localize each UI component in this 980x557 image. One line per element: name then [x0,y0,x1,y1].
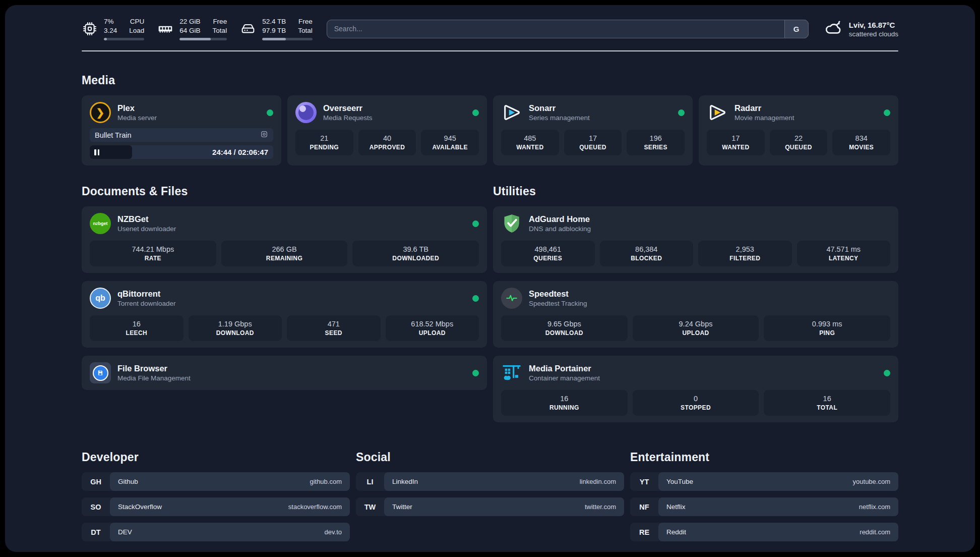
app-description: Series management [529,114,590,122]
bookmark-abbr: YT [630,472,658,491]
bookmark-abbr: LI [356,472,384,491]
status-dot [472,370,479,376]
status-dot [884,370,890,376]
bookmark-abbr: TW [356,497,384,516]
cpu-load-label: Load [129,26,144,35]
stat-tile: 945AVAILABLE [421,130,479,155]
memory-free-label: Free [213,17,227,26]
plex-card[interactable]: ❯ Plex Media server Bullet Train [82,95,281,165]
status-dot [884,109,890,116]
storage-widget: 52.4 TB 97.9 TB Free Total [240,17,313,40]
social-section-title: Social [356,451,624,464]
playback-progress-bar[interactable]: 24:44 / 02:06:47 [90,145,273,159]
status-dot [678,109,685,116]
app-description: Media Requests [323,114,373,122]
media-section: Media ❯ Plex Media server Bullet Train [82,74,898,165]
stat-tile: 834MOVIES [832,130,890,155]
stat-tile: 9.65 GbpsDOWNLOAD [501,315,628,341]
bookmark-stackoverflow[interactable]: SO StackOverflowstackoverflow.com [82,497,350,516]
status-dot [472,295,479,302]
stat-tile: 17WANTED [707,130,765,155]
stat-tile: 266 GBREMAINING [221,241,348,266]
stat-tile: 22QUEUED [770,130,828,155]
playback-time: 24:44 / 02:06:47 [212,145,268,159]
stat-tile: 17QUEUED [564,130,622,155]
bookmark-abbr: RE [630,523,658,541]
app-name: Speedtest [529,289,587,299]
social-section: Social LI LinkedInlinkedin.com TW Twitte… [356,451,624,541]
stat-tile: 0STOPPED [633,390,759,416]
stat-tile: 47.571 msLATENCY [797,241,891,266]
app-name: Sonarr [529,103,590,113]
weather-widget: Lviv, 16.87°C scattered clouds [824,18,898,39]
plex-icon: ❯ [90,102,111,123]
entertainment-section: Entertainment YT YouTubeyoutube.com NF N… [630,451,898,541]
speedtest-card[interactable]: Speedtest Speedtest Tracking 9.65 GbpsDO… [493,281,898,348]
bookmark-github[interactable]: GH Githubgithub.com [82,472,350,491]
disk-icon [240,21,256,37]
status-dot [267,109,273,116]
storage-total-label: Total [298,26,313,35]
app-name: Media Portainer [529,364,600,373]
plex-now-playing: Bullet Train 24:44 / 02:06:47 [90,128,273,159]
qbittorrent-card[interactable]: qb qBittorrent Torrent downloader 16LEEC… [82,281,487,348]
stat-tile: 471SEED [287,315,381,341]
app-description: Torrent downloader [117,300,176,307]
adguard-card[interactable]: AdGuard Home DNS and adblocking 498,461Q… [493,206,898,273]
stat-tile: 16TOTAL [764,390,890,416]
stat-tile: 618.52 MbpsUPLOAD [386,315,479,341]
now-playing-title: Bullet Train [95,131,132,139]
weather-condition: scattered clouds [849,30,898,38]
stat-tile: 9.24 GbpsUPLOAD [633,315,759,341]
entertainment-section-title: Entertainment [630,451,898,464]
pause-button[interactable] [94,145,99,159]
memory-widget: 22 GiB 64 GiB Free Total [157,17,227,40]
stat-tile: 21PENDING [295,130,353,155]
bookmark-netflix[interactable]: NF Netflixnetflix.com [630,497,898,516]
dashboard-frame: 7% 3.24 CPU Load [5,5,975,552]
bookmark-abbr: NF [630,497,658,516]
documents-section: Documents & Files nzbget NZBGet Usenet d… [82,185,487,422]
bookmark-abbr: SO [82,497,110,516]
app-name: qBittorrent [117,289,176,299]
app-name: Overseerr [323,103,373,113]
developer-section: Developer GH Githubgithub.com SO StackOv… [82,451,350,541]
stat-tile: 485WANTED [501,130,559,155]
cpu-load-value: 3.24 [104,26,117,35]
bookmark-abbr: GH [82,472,110,491]
search-input[interactable] [327,20,809,38]
stat-tile: 16LEECH [90,315,183,341]
bookmark-youtube[interactable]: YT YouTubeyoutube.com [630,472,898,491]
overseerr-card[interactable]: Overseerr Media Requests 21PENDING 40APP… [287,95,487,165]
storage-total-value: 97.9 TB [262,26,286,35]
stat-tile: 0.993 msPING [764,315,890,341]
stat-tile: 196SERIES [627,130,685,155]
app-description: Container management [529,374,600,382]
storage-progress-bar [262,38,313,40]
bookmark-reddit[interactable]: RE Redditreddit.com [630,523,898,541]
app-name: Radarr [734,103,794,113]
bookmark-abbr: DT [82,523,110,541]
cpu-label: CPU [130,17,145,26]
weather-location-temp: Lviv, 16.87°C [849,20,898,30]
nzbget-card[interactable]: nzbget NZBGet Usenet downloader 744.21 M… [82,206,487,273]
stat-tile: 16RUNNING [501,390,628,416]
filebrowser-card[interactable]: File Browser Media File Management [82,356,487,390]
cpu-progress-bar [104,38,144,40]
app-description: Movie management [734,114,794,122]
search-engine-button[interactable]: G [784,20,809,38]
sonarr-card[interactable]: Sonarr Series management 485WANTED 17QUE… [493,95,693,165]
bookmark-dev[interactable]: DT DEVdev.to [82,523,350,541]
media-section-title: Media [82,74,898,87]
radarr-card[interactable]: Radarr Movie management 17WANTED 22QUEUE… [699,95,898,165]
app-name: NZBGet [117,214,176,224]
stat-tile: 498,461QUERIES [501,241,595,266]
bookmark-linkedin[interactable]: LI LinkedInlinkedin.com [356,472,624,491]
storage-free-value: 52.4 TB [262,17,286,26]
app-description: Media server [117,114,157,122]
stat-tile: 744.21 MbpsRATE [90,241,216,266]
memory-free-value: 22 GiB [179,17,200,26]
portainer-card[interactable]: Media Portainer Container management 16R… [493,356,898,422]
bookmark-twitter[interactable]: TW Twittertwitter.com [356,497,624,516]
header-divider [82,50,898,51]
